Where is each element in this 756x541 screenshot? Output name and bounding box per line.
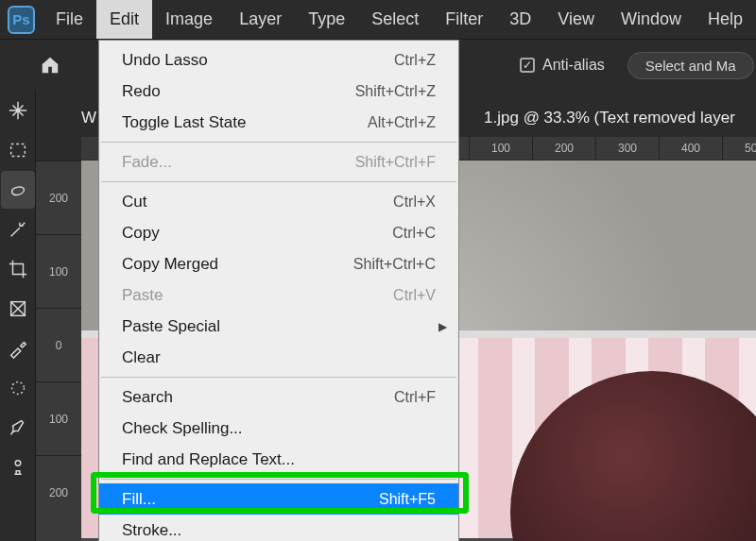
antialias-label: Anti-alias (542, 57, 605, 74)
frame-tool[interactable] (1, 290, 35, 328)
ruler-tick: 100 (469, 137, 532, 160)
edit-menu-item-find-and-replace-text[interactable]: Find and Replace Text... (99, 444, 458, 475)
edit-menu-item-undo-lasso[interactable]: Undo LassoCtrl+Z (99, 44, 458, 76)
marquee-tool[interactable] (1, 131, 35, 169)
menu-type[interactable]: Type (295, 0, 358, 39)
brush-tool[interactable] (1, 409, 35, 447)
menu-image[interactable]: Image (152, 0, 226, 39)
ruler-tick: 500 (722, 137, 756, 160)
edit-menu-item-cut[interactable]: CutCtrl+X (99, 186, 458, 217)
crop-tool[interactable] (1, 250, 35, 288)
edit-menu-item-toggle-last-state[interactable]: Toggle Last StateAlt+Ctrl+Z (99, 107, 458, 138)
ruler-tick: 400 (659, 137, 722, 160)
menu-separator (101, 479, 456, 480)
submenu-arrow-icon: ▶ (438, 320, 447, 333)
lasso-tool[interactable] (1, 171, 35, 209)
tools-panel (0, 90, 36, 541)
edit-menu-item-copy[interactable]: CopyCtrl+C (99, 217, 458, 248)
edit-menu-item-redo[interactable]: RedoShift+Ctrl+Z (99, 76, 458, 107)
svg-rect-0 (10, 144, 25, 157)
menu-help[interactable]: Help (695, 0, 756, 39)
menu-select[interactable]: Select (358, 0, 432, 39)
vruler-tick: 0 (36, 308, 81, 381)
menu-view[interactable]: View (544, 0, 608, 39)
edit-menu-item-fill[interactable]: Fill...Shift+F5 (99, 483, 458, 515)
stamp-tool[interactable] (1, 448, 35, 486)
edit-menu-item-paste-special[interactable]: Paste Special▶ (99, 311, 458, 342)
edit-menu-item-copy-merged[interactable]: Copy MergedShift+Ctrl+C (99, 248, 458, 279)
edit-menu-item-search[interactable]: SearchCtrl+F (99, 381, 458, 413)
select-and-mask-button[interactable]: Select and Ma (627, 52, 754, 79)
patch-tool[interactable] (1, 369, 35, 407)
vruler-tick: 200 (36, 455, 81, 529)
menu-layer[interactable]: Layer (226, 0, 295, 39)
menu-separator (101, 142, 456, 143)
menu-edit[interactable]: Edit (96, 0, 152, 39)
edit-menu-item-stroke[interactable]: Stroke... (99, 515, 458, 541)
menu-separator (101, 181, 456, 182)
vruler-tick: 100 (36, 381, 81, 455)
ruler-tick: 300 (595, 137, 659, 160)
edit-menu-item-paste: PasteCtrl+V (99, 279, 458, 311)
menu-filter[interactable]: Filter (432, 0, 496, 39)
vertical-ruler: 2001000100200 (36, 161, 81, 541)
menu-window[interactable]: Window (608, 0, 695, 39)
home-icon[interactable] (38, 53, 62, 77)
menu-separator (101, 377, 456, 378)
vruler-tick: 200 (36, 161, 81, 234)
menu-3d[interactable]: 3D (496, 0, 544, 39)
antialias-checkbox[interactable]: ✓ (520, 58, 535, 73)
wand-tool[interactable] (1, 211, 35, 248)
edit-menu-dropdown: Undo LassoCtrl+ZRedoShift+Ctrl+ZToggle L… (98, 40, 459, 541)
eyedropper-tool[interactable] (1, 330, 35, 367)
svg-point-2 (11, 382, 24, 395)
app-logo: Ps (8, 6, 35, 34)
edit-menu-item-clear[interactable]: Clear (99, 342, 458, 373)
menubar: Ps FileEditImageLayerTypeSelectFilter3DV… (0, 0, 756, 40)
edit-menu-item-fade: Fade...Shift+Ctrl+F (99, 146, 458, 178)
edit-menu-item-check-spelling[interactable]: Check Spelling... (99, 413, 458, 444)
menu-file[interactable]: File (43, 0, 96, 39)
vruler-tick: 100 (36, 234, 81, 308)
move-tool[interactable] (1, 92, 35, 129)
ruler-tick: 200 (532, 137, 595, 160)
